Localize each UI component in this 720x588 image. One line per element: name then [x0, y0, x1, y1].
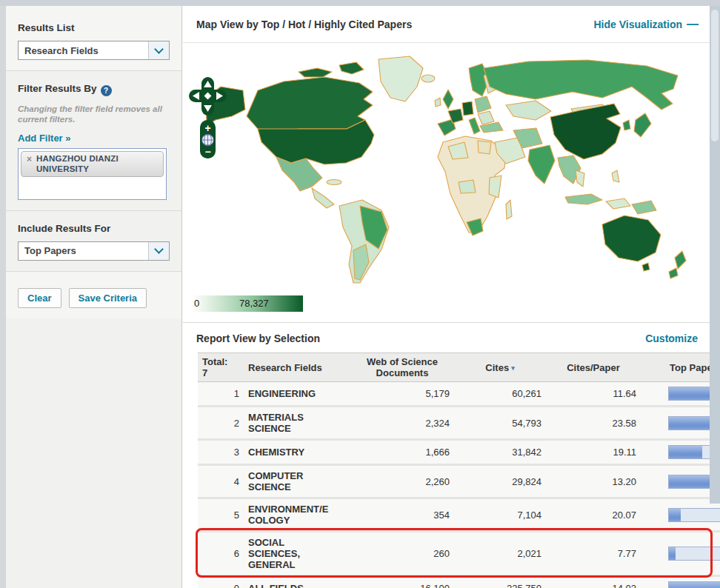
row-rank: 5 — [198, 498, 244, 532]
world-map[interactable]: + − — [187, 46, 706, 293]
main-content: Map View by Top / Hot / Highly Cited Pap… — [183, 6, 710, 588]
country-china[interactable] — [550, 104, 621, 159]
country-germany[interactable] — [462, 101, 473, 116]
cites-value: 2,021 — [454, 532, 546, 576]
hide-visualization-link[interactable]: Hide Visualization — [593, 19, 682, 30]
country-italy[interactable] — [469, 118, 480, 134]
wos-documents-value: 16,100 — [350, 576, 454, 588]
map-title: Map View by Top / Hot / Highly Cited Pap… — [196, 19, 412, 30]
vertical-scrollbar[interactable] — [710, 6, 720, 504]
research-field-link[interactable]: CHEMISTRY — [244, 440, 350, 465]
wos-documents-value: 260 — [350, 532, 454, 576]
research-field-link[interactable]: ENGINEERING — [244, 382, 350, 407]
scrollbar-thumb[interactable] — [711, 10, 719, 141]
include-results-dropdown-value: Top Papers — [19, 242, 148, 260]
research-field-link[interactable]: MATERIALS SCIENCE — [244, 407, 350, 440]
country-mexico[interactable] — [276, 157, 322, 191]
wos-documents-value: 2,260 — [350, 465, 454, 498]
wos-documents-column-header: Web of Science Documents — [350, 353, 454, 382]
country-uk[interactable] — [443, 90, 453, 109]
wos-documents-value: 1,666 — [350, 440, 454, 465]
collapse-icon[interactable]: — — [687, 18, 698, 30]
results-list-title: Results List — [18, 22, 170, 33]
filter-results-section: Filter Results By? Changing the filter f… — [6, 71, 181, 211]
zoom-in-icon[interactable]: + — [204, 122, 210, 134]
page-top-strip — [0, 0, 720, 6]
include-results-dropdown[interactable]: Top Papers — [18, 241, 170, 261]
cites-per-paper-value: 19.11 — [546, 440, 641, 465]
report-section-header: Report View by Selection Customize — [183, 322, 710, 353]
save-criteria-button[interactable]: Save Criteria — [69, 288, 147, 308]
research-field-link[interactable]: ALL FIELDS — [244, 576, 350, 588]
country-philippines[interactable] — [612, 170, 619, 182]
wos-documents-value: 5,179 — [350, 382, 454, 407]
filter-results-title: Filter Results By? — [18, 83, 170, 96]
cites-value: 31,842 — [454, 440, 546, 465]
top-papers-bar-fill — [669, 547, 676, 560]
customize-link[interactable]: Customize — [645, 333, 698, 344]
include-results-title: Include Results For — [18, 223, 170, 234]
table-row: 3 CHEMISTRY 1,666 31,842 19.11 21 — [198, 440, 720, 465]
results-list-section: Results List Research Fields — [6, 6, 181, 71]
country-russia[interactable] — [484, 60, 678, 110]
chevron-down-icon — [148, 242, 169, 260]
cites-per-paper-value: 13.20 — [546, 465, 641, 498]
table-row: 5 ENVIRONMENT/E COLOGY 354 7,104 20.07 8 — [198, 498, 720, 532]
cites-per-paper-value: 11.64 — [546, 382, 641, 407]
top-papers-bar: 4 — [668, 547, 720, 561]
highlighted-row: 6 SOCIAL SCIENCES, GENERAL 260 2,021 7.7… — [198, 532, 720, 576]
map-color-scale: 0 78,327 — [192, 295, 303, 312]
country-madagascar[interactable] — [506, 200, 512, 219]
table-row: 4 COMPUTER SCIENCE 2,260 29,824 13.20 28 — [198, 465, 720, 498]
filters-sidebar: Results List Research Fields Filter Resu… — [6, 6, 182, 588]
cites-value: 54,793 — [454, 407, 546, 440]
country-kazakhstan[interactable] — [506, 101, 551, 120]
top-papers-bar-fill — [669, 509, 681, 521]
country-australia[interactable] — [602, 216, 661, 261]
country-japan[interactable] — [634, 113, 651, 137]
clear-button[interactable]: Clear — [18, 288, 61, 308]
top-papers-column-header: Top Papers — [641, 353, 720, 382]
cites-column-header[interactable]: Cites▾ — [454, 353, 546, 382]
report-table-wrap: Total: 7 Research Fields Web of Science … — [198, 353, 709, 588]
research-field-link[interactable]: SOCIAL SCIENCES, GENERAL — [244, 532, 350, 576]
research-field-link[interactable]: ENVIRONMENT/E COLOGY — [244, 498, 350, 532]
top-papers-bar-fill — [669, 446, 702, 458]
country-greenland[interactable] — [379, 56, 423, 101]
zoom-out-icon[interactable]: − — [204, 146, 210, 158]
country-indonesia[interactable] — [565, 194, 602, 204]
remove-filter-icon[interactable]: × — [27, 155, 32, 164]
map-zoom-control[interactable]: + − — [200, 120, 216, 158]
add-filter-link[interactable]: Add Filter » — [18, 133, 71, 144]
filter-tag-label: HANGZHOU DIANZI UNIVERSITY — [36, 154, 159, 175]
country-new-zealand[interactable] — [675, 251, 686, 269]
report-table: Total: 7 Research Fields Web of Science … — [198, 353, 720, 588]
page-left-strip — [0, 6, 6, 588]
filter-note: Changing the filter field removes all cu… — [18, 104, 170, 125]
table-row: 0 ALL FIELDS 16,100 225,750 14.02 178 — [198, 576, 720, 588]
country-papua[interactable] — [632, 201, 656, 214]
top-papers-bar-fill — [669, 582, 720, 588]
cites-value: 7,104 — [454, 498, 546, 532]
row-rank: 6 — [198, 532, 244, 576]
country-canada[interactable] — [247, 77, 373, 133]
research-field-link[interactable]: COMPUTER SCIENCE — [244, 465, 350, 498]
scale-min-label: 0 — [194, 298, 199, 309]
top-papers-bar: 178 — [668, 581, 720, 588]
include-results-section: Include Results For Top Papers — [6, 211, 181, 272]
top-papers-bar: 8 — [668, 508, 720, 522]
active-filters-box: × HANGZHOU DIANZI UNIVERSITY — [18, 148, 167, 200]
chevron-down-icon — [148, 41, 169, 59]
help-icon[interactable]: ? — [101, 85, 112, 96]
country-india[interactable] — [528, 145, 555, 184]
table-row: 1 ENGINEERING 5,179 60,261 11.64 49 — [198, 382, 720, 407]
wos-documents-value: 2,324 — [350, 407, 454, 440]
scale-max-label: 78,327 — [239, 298, 269, 309]
country-korea[interactable] — [623, 120, 630, 130]
results-list-dropdown[interactable]: Research Fields — [18, 41, 170, 60]
row-rank: 0 — [198, 576, 244, 588]
results-list-dropdown-value: Research Fields — [19, 41, 148, 59]
row-rank: 4 — [198, 465, 244, 498]
research-fields-column-header: Research Fields — [244, 353, 350, 382]
sidebar-actions: Clear Save Criteria — [6, 272, 181, 318]
